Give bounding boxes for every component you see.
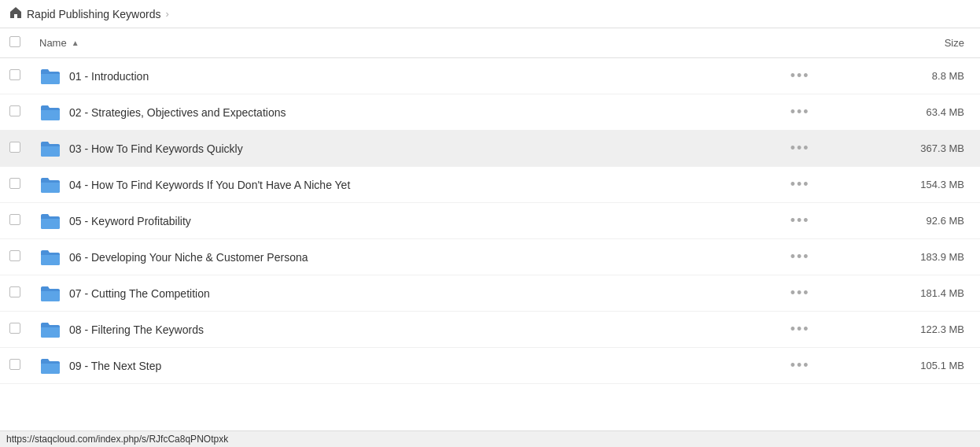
row-name-cell: 03 - How To Find Keywords Quickly — [30, 131, 776, 167]
row-actions-cell: ••• — [776, 167, 824, 203]
col-header-name[interactable]: Name ▲ — [30, 28, 776, 58]
row-context-menu-button[interactable]: ••• — [786, 175, 815, 194]
row-actions-cell: ••• — [776, 239, 824, 275]
row-name-text: 01 - Introduction — [69, 70, 149, 83]
row-checkbox-cell — [0, 348, 30, 384]
row-actions-cell: ••• — [776, 348, 824, 384]
table-row[interactable]: 07 - Cutting The Competition•••181.4 MB — [0, 275, 980, 312]
col-header-actions — [776, 28, 824, 58]
row-name-text: 02 - Strategies, Objectives and Expectat… — [69, 106, 286, 119]
row-checkbox[interactable] — [9, 105, 20, 116]
row-context-menu-button[interactable]: ••• — [786, 320, 815, 339]
row-checkbox-cell — [0, 94, 30, 131]
row-size: 181.4 MB — [824, 275, 980, 312]
folder-icon — [39, 321, 61, 338]
row-actions-cell: ••• — [776, 312, 824, 348]
row-context-menu-button[interactable]: ••• — [786, 102, 815, 122]
row-size: 63.4 MB — [824, 94, 980, 131]
row-checkbox[interactable] — [9, 323, 20, 334]
folder-icon — [39, 285, 61, 302]
col-header-check[interactable] — [0, 28, 30, 58]
row-name-cell: 07 - Cutting The Competition — [30, 275, 776, 312]
folder-icon — [39, 212, 61, 230]
row-actions-cell: ••• — [776, 203, 824, 239]
row-name-text: 05 - Keyword Profitability — [69, 215, 191, 227]
folder-icon — [39, 357, 61, 375]
row-name-text: 04 - How To Find Keywords If You Don't H… — [69, 179, 350, 191]
row-actions-cell: ••• — [776, 131, 824, 167]
row-checkbox[interactable] — [9, 359, 20, 370]
row-actions-cell: ••• — [776, 275, 824, 312]
row-checkbox[interactable] — [9, 250, 20, 261]
table-row[interactable]: 06 - Developing Your Niche & Customer Pe… — [0, 239, 980, 275]
folder-icon — [39, 140, 61, 157]
row-name-cell: 09 - The Next Step — [30, 348, 776, 384]
table-row[interactable]: 08 - Filtering The Keywords•••122.3 MB — [0, 312, 980, 348]
row-size: 105.1 MB — [824, 348, 980, 384]
row-name-text: 06 - Developing Your Niche & Customer Pe… — [69, 251, 308, 264]
folder-icon — [39, 249, 61, 266]
row-checkbox-cell — [0, 275, 30, 312]
row-size: 154.3 MB — [824, 167, 980, 203]
col-header-size: Size — [824, 28, 980, 58]
row-actions-cell: ••• — [776, 58, 824, 94]
folder-icon — [39, 176, 61, 194]
row-context-menu-button[interactable]: ••• — [786, 247, 815, 267]
table-row[interactable]: 05 - Keyword Profitability•••92.6 MB — [0, 203, 980, 239]
row-context-menu-button[interactable]: ••• — [786, 139, 815, 158]
breadcrumb-bar: Rapid Publishing Keywords › — [0, 0, 980, 28]
row-name-text: 08 - Filtering The Keywords — [69, 323, 204, 336]
row-checkbox-cell — [0, 58, 30, 94]
table-row[interactable]: 02 - Strategies, Objectives and Expectat… — [0, 94, 980, 131]
file-table: Name ▲ Size 01 - Introduction•••8.8 MB 0… — [0, 28, 980, 384]
row-name-cell: 08 - Filtering The Keywords — [30, 312, 776, 348]
folder-icon — [39, 68, 61, 85]
select-all-checkbox[interactable] — [9, 36, 20, 47]
row-size: 367.3 MB — [824, 131, 980, 167]
folder-icon — [39, 104, 61, 121]
row-size: 8.8 MB — [824, 58, 980, 94]
row-checkbox[interactable] — [9, 178, 20, 189]
row-name-cell: 04 - How To Find Keywords If You Don't H… — [30, 167, 776, 203]
row-checkbox-cell — [0, 131, 30, 167]
row-context-menu-button[interactable]: ••• — [786, 283, 815, 303]
breadcrumb-title: Rapid Publishing Keywords — [27, 8, 160, 20]
row-context-menu-button[interactable]: ••• — [786, 356, 815, 375]
row-context-menu-button[interactable]: ••• — [786, 66, 815, 86]
table-row[interactable]: 09 - The Next Step•••105.1 MB — [0, 348, 980, 384]
row-name-text: 09 - The Next Step — [69, 360, 161, 372]
row-checkbox[interactable] — [9, 214, 20, 225]
table-row[interactable]: 03 - How To Find Keywords Quickly•••367.… — [0, 131, 980, 167]
row-name-text: 07 - Cutting The Competition — [69, 287, 210, 300]
row-name-cell: 06 - Developing Your Niche & Customer Pe… — [30, 239, 776, 275]
row-name-cell: 02 - Strategies, Objectives and Expectat… — [30, 94, 776, 131]
table-row[interactable]: 04 - How To Find Keywords If You Don't H… — [0, 167, 980, 203]
row-name-cell: 01 - Introduction — [30, 58, 776, 94]
row-checkbox-cell — [0, 203, 30, 239]
table-row[interactable]: 01 - Introduction•••8.8 MB — [0, 58, 980, 94]
row-checkbox[interactable] — [9, 69, 20, 80]
row-size: 183.9 MB — [824, 239, 980, 275]
breadcrumb-chevron-icon: › — [165, 8, 168, 20]
row-name-text: 03 - How To Find Keywords Quickly — [69, 142, 243, 155]
row-size: 122.3 MB — [824, 312, 980, 348]
row-context-menu-button[interactable]: ••• — [786, 211, 815, 231]
row-checkbox[interactable] — [9, 286, 20, 297]
row-checkbox-cell — [0, 312, 30, 348]
row-checkbox-cell — [0, 239, 30, 275]
row-checkbox[interactable] — [9, 142, 20, 153]
home-icon[interactable] — [9, 6, 22, 21]
row-size: 92.6 MB — [824, 203, 980, 239]
row-checkbox-cell — [0, 167, 30, 203]
row-actions-cell: ••• — [776, 94, 824, 131]
row-name-cell: 05 - Keyword Profitability — [30, 203, 776, 239]
sort-by-name-button[interactable]: Name ▲ — [39, 37, 79, 49]
